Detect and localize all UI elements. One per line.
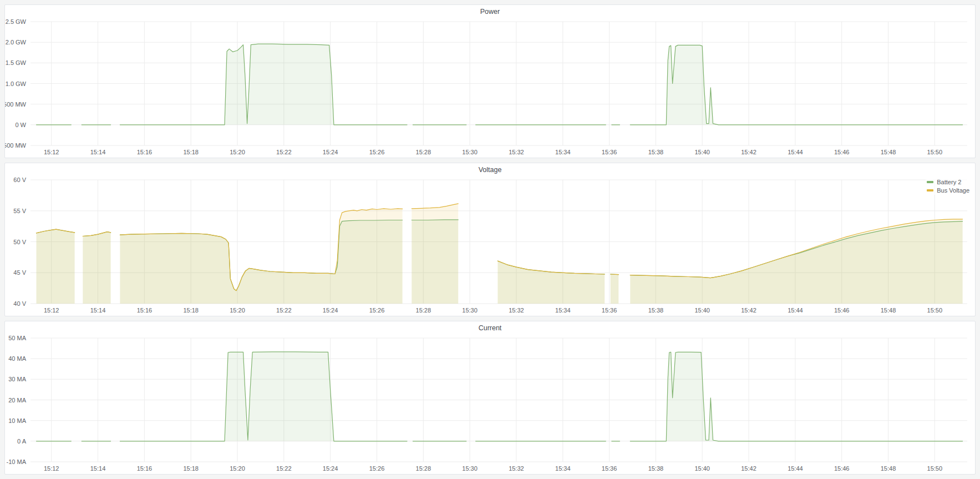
x-tick-label: 15:18	[183, 149, 199, 155]
y-tick-label: -10 MA	[7, 458, 27, 465]
x-tick-label: 15:36	[602, 149, 617, 155]
x-tick-label: 15:32	[509, 307, 524, 314]
series-area	[120, 209, 402, 304]
x-tick-label: 15:48	[881, 149, 896, 155]
legend-label-battery-2: Battery 2	[937, 179, 961, 185]
x-tick-label: 15:32	[509, 465, 524, 472]
x-tick-label: 15:48	[881, 307, 896, 314]
x-tick-label: 15:14	[90, 149, 106, 155]
y-tick-label: -500 MW	[5, 142, 27, 149]
x-tick-label: 15:28	[416, 465, 431, 472]
x-tick-label: 15:38	[648, 149, 664, 155]
x-tick-label: 15:14	[90, 465, 106, 472]
x-tick-label: 15:26	[369, 465, 385, 472]
x-tick-label: 15:46	[834, 307, 850, 314]
y-tick-label: 10 MA	[8, 417, 26, 424]
x-tick-label: 15:16	[137, 307, 153, 314]
x-tick-label: 15:44	[788, 149, 803, 155]
power-chart-svg: 2.5 GW2.0 GW1.5 GW1.0 GW500 MW0 W-500 MW…	[5, 18, 975, 158]
current-chart[interactable]: 50 MA40 MA30 MA20 MA10 MA0 A-10 MA15:121…	[5, 335, 975, 474]
y-tick-label: 45 V	[13, 269, 26, 276]
y-tick-label: 20 MA	[8, 397, 26, 404]
series-area	[120, 352, 407, 441]
x-tick-label: 15:24	[323, 465, 338, 472]
voltage-panel-title: Voltage	[479, 166, 502, 174]
power-panel-header[interactable]: Power	[5, 5, 975, 18]
x-tick-label: 15:12	[44, 465, 59, 472]
y-tick-label: 55 V	[13, 208, 26, 214]
legend-label-bus-voltage: Bus Voltage	[937, 187, 969, 194]
current-panel-header[interactable]: Current	[5, 321, 975, 335]
voltage-legend: Battery 2 Bus Voltage	[926, 178, 971, 195]
x-tick-label: 15:24	[323, 307, 338, 314]
x-tick-label: 15:42	[741, 465, 756, 472]
x-tick-label: 15:20	[230, 307, 245, 314]
x-tick-label: 15:48	[881, 465, 896, 472]
x-tick-label: 15:40	[694, 149, 710, 155]
x-tick-label: 15:28	[416, 149, 431, 155]
x-tick-label: 15:44	[788, 307, 803, 314]
x-tick-label: 15:30	[462, 307, 478, 314]
voltage-panel: Voltage 60 V55 V50 V45 V40 V15:1215:1415…	[4, 163, 976, 316]
x-tick-label: 15:22	[276, 465, 292, 472]
series-line	[611, 274, 619, 275]
power-chart[interactable]: 2.5 GW2.0 GW1.5 GW1.0 GW500 MW0 W-500 MW…	[5, 18, 975, 158]
y-tick-label: 40 MA	[8, 355, 26, 362]
series-area	[497, 261, 605, 304]
voltage-panel-header[interactable]: Voltage	[5, 163, 975, 177]
series-area	[37, 229, 75, 304]
x-tick-label: 15:34	[555, 465, 571, 472]
x-tick-label: 15:12	[44, 307, 59, 314]
x-tick-label: 15:16	[137, 465, 153, 472]
x-tick-label: 15:38	[648, 307, 664, 314]
bus-voltage-color-swatch	[927, 189, 933, 191]
x-tick-label: 15:44	[788, 465, 803, 472]
series-area	[120, 44, 407, 125]
x-tick-label: 15:36	[602, 307, 617, 314]
x-tick-label: 15:20	[230, 149, 245, 155]
y-tick-label: 2.5 GW	[6, 18, 27, 25]
series-area	[611, 274, 619, 304]
y-tick-label: 40 V	[13, 300, 26, 307]
y-tick-label: 50 V	[13, 239, 26, 245]
current-chart-svg: 50 MA40 MA30 MA20 MA10 MA0 A-10 MA15:121…	[5, 335, 975, 474]
x-tick-label: 15:30	[462, 465, 478, 472]
dashboard: Power 2.5 GW2.0 GW1.5 GW1.0 GW500 MW0 W-…	[0, 0, 980, 479]
x-tick-label: 15:28	[416, 307, 431, 314]
current-panel: Current 50 MA40 MA30 MA20 MA10 MA0 A-10 …	[4, 321, 976, 475]
y-tick-label: 1.5 GW	[6, 59, 27, 66]
x-tick-label: 15:24	[323, 149, 338, 155]
legend-item-battery-2[interactable]: Battery 2	[927, 179, 969, 185]
x-tick-label: 15:18	[183, 307, 199, 314]
x-tick-label: 15:34	[555, 307, 571, 314]
y-tick-label: 0 A	[17, 438, 27, 445]
x-tick-label: 15:26	[369, 307, 385, 314]
voltage-chart-svg: 60 V55 V50 V45 V40 V15:1215:1415:1615:18…	[5, 177, 975, 316]
y-tick-label: 500 MW	[5, 101, 27, 108]
legend-item-bus-voltage[interactable]: Bus Voltage	[927, 187, 969, 194]
x-tick-label: 15:18	[183, 465, 199, 472]
x-tick-label: 15:38	[648, 465, 664, 472]
x-tick-label: 15:50	[927, 465, 943, 472]
power-panel-title: Power	[480, 8, 500, 16]
x-tick-label: 15:12	[44, 149, 59, 155]
series-area	[630, 219, 962, 304]
x-tick-label: 15:42	[741, 149, 756, 155]
power-panel: Power 2.5 GW2.0 GW1.5 GW1.0 GW500 MW0 W-…	[4, 4, 976, 158]
series-area	[630, 352, 962, 441]
x-tick-label: 15:40	[694, 465, 710, 472]
y-tick-label: 2.0 GW	[6, 39, 27, 46]
x-tick-label: 15:50	[927, 307, 943, 314]
y-tick-label: 0 W	[15, 122, 26, 128]
series-area	[412, 204, 458, 304]
voltage-chart[interactable]: 60 V55 V50 V45 V40 V15:1215:1415:1615:18…	[5, 177, 975, 316]
battery-2-color-swatch	[927, 181, 933, 183]
y-tick-label: 30 MA	[8, 376, 26, 382]
x-tick-label: 15:26	[369, 149, 385, 155]
y-tick-label: 1.0 GW	[6, 80, 27, 87]
x-tick-label: 15:46	[834, 465, 850, 472]
series-area	[83, 232, 110, 304]
series-area	[630, 45, 962, 124]
x-tick-label: 15:42	[741, 307, 756, 314]
x-tick-label: 15:20	[230, 465, 245, 472]
